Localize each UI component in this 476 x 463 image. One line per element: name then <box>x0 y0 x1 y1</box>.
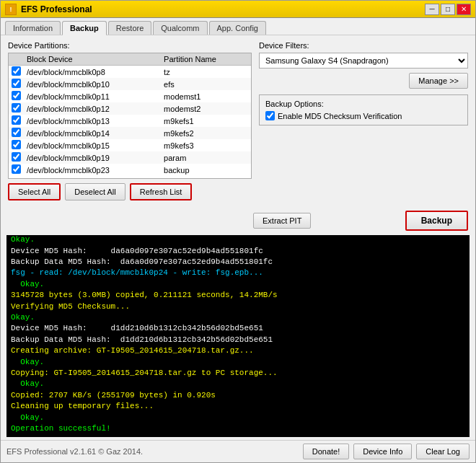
partition-checkbox-8[interactable] <box>12 164 21 174</box>
device-filters-label: Device Filters: <box>259 41 468 50</box>
deselect-all-button[interactable]: Deselect All <box>65 183 125 200</box>
tab-restore[interactable]: Restore <box>108 21 152 35</box>
partition-checkbox-cell[interactable] <box>9 66 24 79</box>
log-line: Device MD5 Hash: da6a0d097e307ac52ed9b4a… <box>11 246 465 257</box>
partition-name: m9kefs1 <box>161 115 251 127</box>
table-row: /dev/block/mmcblk0p11 modemst1 <box>9 90 251 102</box>
partition-checkbox-6[interactable] <box>12 140 21 149</box>
partition-checkbox-cell[interactable] <box>9 127 24 139</box>
app-icon: ! <box>5 4 17 15</box>
tab-qualcomm[interactable]: Qualcomm <box>153 21 207 35</box>
partition-table-container: Block Device Partition Name /dev/block/m… <box>8 53 252 179</box>
partition-checkbox-7[interactable] <box>12 152 21 162</box>
partition-name: modemst2 <box>161 102 251 115</box>
log-line: Cleaning up temporary files... <box>11 401 465 412</box>
partition-name: backup <box>161 164 251 176</box>
clear-log-button[interactable]: Clear Log <box>416 444 470 459</box>
minimize-button[interactable]: ─ <box>425 4 439 15</box>
log-line: 3145728 bytes (3.0MB) copied, 0.211121 s… <box>11 290 465 301</box>
tab-app-config[interactable]: App. Config <box>209 21 266 35</box>
table-header-row: Block Device Partition Name <box>9 53 251 66</box>
log-line: fsg - read: /dev/block/mmcblk0p24 - writ… <box>11 268 465 278</box>
partition-checkbox-cell[interactable] <box>9 115 24 127</box>
tabs-bar: Information Backup Restore Qualcomm App.… <box>1 18 475 35</box>
col-partition-name: Partition Name <box>161 53 251 66</box>
extract-pit-button[interactable]: Extract PIT <box>253 213 311 229</box>
device-info-button[interactable]: Device Info <box>353 444 412 459</box>
partition-buttons-row: Select All Deselect All Refresh List <box>8 183 252 200</box>
partition-checkbox-cell[interactable] <box>9 164 24 176</box>
partition-name: tz <box>161 66 251 79</box>
log-line: Copied: 2707 KB/s (2551709 bytes) in 0.9… <box>11 390 465 401</box>
donate-button[interactable]: Donate! <box>303 444 350 459</box>
partition-checkbox-5[interactable] <box>12 128 21 137</box>
device-filter-dropdown[interactable]: Samsung Galaxy S4 (Snapdragon) <box>259 53 468 69</box>
partition-name: efs <box>161 78 251 90</box>
manage-button[interactable]: Manage >> <box>409 73 468 89</box>
window-title: EFS Professional <box>21 4 420 14</box>
left-panel: Device Partitions: Block Device Partitio… <box>8 41 252 200</box>
window-controls: ─ □ ✕ <box>425 4 471 15</box>
main-window: ! EFS Professional ─ □ ✕ Information Bac… <box>0 0 476 463</box>
partition-name: param <box>161 151 251 164</box>
partition-name: m9kefs3 <box>161 139 251 151</box>
col-block-device: Block Device <box>24 53 161 66</box>
log-line: Device MD5 Hash: d1dd210d6b1312cb342b56d… <box>11 323 465 334</box>
partition-checkbox-1[interactable] <box>12 79 21 88</box>
table-row: /dev/block/mmcblk0p15 m9kefs3 <box>9 139 251 151</box>
tab-information[interactable]: Information <box>5 21 61 35</box>
backup-options-label: Backup Options: <box>265 100 462 108</box>
checksum-checkbox[interactable] <box>265 111 275 120</box>
log-line: Creating archive: GT-I9505_2014615_20471… <box>11 345 465 356</box>
partition-checkbox-3[interactable] <box>12 103 21 113</box>
partition-checkbox-cell[interactable] <box>9 90 24 102</box>
manage-btn-row: Manage >> <box>259 73 468 89</box>
right-panel: Device Filters: Samsung Galaxy S4 (Snapd… <box>259 41 468 200</box>
backup-options-group: Backup Options: Enable MD5 Checksum Veri… <box>259 94 468 125</box>
refresh-list-button[interactable]: Refresh List <box>130 183 193 200</box>
partition-table: Block Device Partition Name /dev/block/m… <box>9 53 251 176</box>
table-row: /dev/block/mmcblk0p8 tz <box>9 66 251 79</box>
table-row: /dev/block/mmcblk0p23 backup <box>9 164 251 176</box>
log-line: Verifying MD5 Checksum... <box>11 301 465 312</box>
table-row: /dev/block/mmcblk0p13 m9kefs1 <box>9 115 251 127</box>
log-line: Backup Data MD5 Hash: da6a0d097e307ac52e… <box>11 257 465 268</box>
partition-checkbox-0[interactable] <box>12 66 21 76</box>
partition-checkbox-2[interactable] <box>12 91 21 100</box>
partition-checkbox-cell[interactable] <box>9 151 24 164</box>
partition-block-device: /dev/block/mmcblk0p14 <box>24 127 161 139</box>
log-line: Okay. <box>11 312 465 323</box>
table-row: /dev/block/mmcblk0p12 modemst2 <box>9 102 251 115</box>
backup-button[interactable]: Backup <box>405 211 468 231</box>
log-line: Okay. <box>11 413 465 423</box>
partition-checkbox-cell[interactable] <box>9 102 24 115</box>
log-line: Okay. <box>11 279 465 290</box>
bottom-bar: EFS Professional v2.1.61 © Gaz 2014. Don… <box>1 440 475 462</box>
log-line: Backup Data MD5 Hash: d1dd210d6b1312cb34… <box>11 335 465 345</box>
log-line: Okay. <box>11 235 465 246</box>
table-row: /dev/block/mmcblk0p19 param <box>9 151 251 164</box>
close-button[interactable]: ✕ <box>457 4 471 15</box>
extract-backup-row: Extract PIT Backup <box>1 206 475 235</box>
partition-block-device: /dev/block/mmcblk0p23 <box>24 164 161 176</box>
log-line: Copying: GT-I9505_2014615_204718.tar.gz … <box>11 368 465 379</box>
partition-block-device: /dev/block/mmcblk0p10 <box>24 78 161 90</box>
checksum-label: Enable MD5 Checksum Verification <box>278 112 402 120</box>
title-bar: ! EFS Professional ─ □ ✕ <box>1 1 475 18</box>
partition-checkbox-cell[interactable] <box>9 78 24 90</box>
log-line: Okay. <box>11 357 465 368</box>
partition-name: modemst1 <box>161 90 251 102</box>
partition-checkbox-4[interactable] <box>12 115 21 125</box>
col-checkbox <box>9 53 24 66</box>
main-content: Device Partitions: Block Device Partitio… <box>1 35 475 462</box>
top-section: Device Partitions: Block Device Partitio… <box>1 35 475 206</box>
maximize-button[interactable]: □ <box>441 4 455 15</box>
tab-backup[interactable]: Backup <box>62 21 107 35</box>
log-line: Operation successful! <box>11 423 465 434</box>
partition-block-device: /dev/block/mmcblk0p19 <box>24 151 161 164</box>
device-partitions-label: Device Partitions: <box>8 41 252 50</box>
partition-checkbox-cell[interactable] <box>9 139 24 151</box>
partition-block-device: /dev/block/mmcblk0p13 <box>24 115 161 127</box>
select-all-button[interactable]: Select All <box>8 183 61 200</box>
partition-block-device: /dev/block/mmcblk0p11 <box>24 90 161 102</box>
